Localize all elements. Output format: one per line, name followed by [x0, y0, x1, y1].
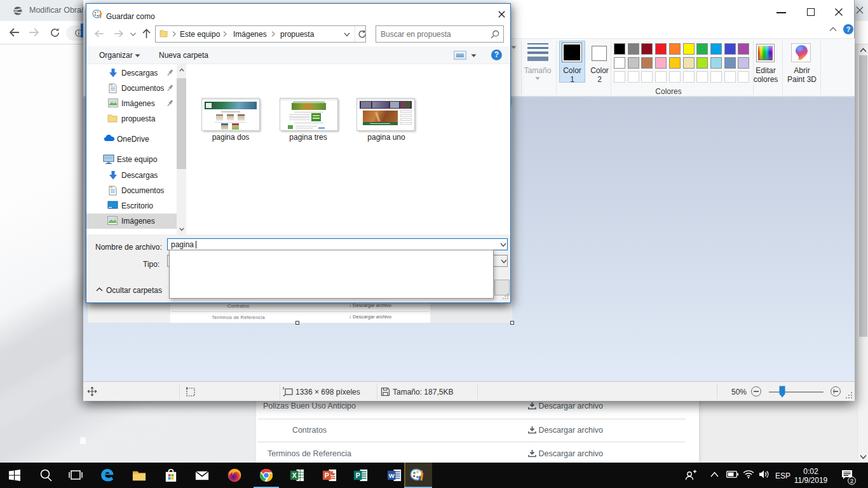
svg-text:P: P: [325, 471, 329, 479]
svg-text:P: P: [356, 471, 360, 479]
svg-text:X: X: [292, 471, 297, 479]
svg-text:W: W: [389, 472, 395, 479]
